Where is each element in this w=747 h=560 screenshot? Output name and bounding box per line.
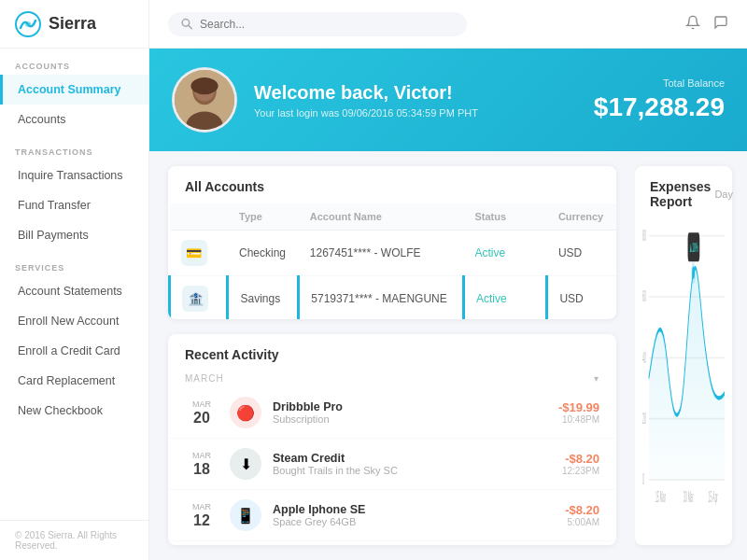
expenses-report-card: Expenses Report Day Mo 80 60 40 20 0 — [635, 166, 732, 545]
topbar-icons — [685, 15, 728, 34]
sierra-logo-icon — [15, 11, 41, 37]
svg-text:60: 60 — [642, 287, 646, 305]
sidebar-nav: ACCOUNTSAccount SummaryAccountsTRANSACTI… — [0, 49, 148, 426]
welcome-message: Welcome back, Victor! — [254, 82, 478, 104]
activity-month: MAR — [185, 502, 218, 511]
sidebar-item-card-replacement[interactable]: Card Replacement — [0, 366, 148, 396]
activity-name: Steam Credit — [273, 452, 551, 465]
col-currency: Currency — [547, 203, 616, 231]
list-item[interactable]: MAR 20 🔴 Dribbble Pro Subscription -$19.… — [168, 387, 616, 439]
activity-day: 18 — [185, 460, 218, 478]
accounts-tbody: 💳 Checking 1267451**** - WOLFE Active US… — [170, 231, 617, 320]
activity-list: MARCH▾ MAR 20 🔴 Dribbble Pro Subscriptio… — [168, 370, 616, 545]
account-type-icon: 🏦 — [182, 286, 208, 312]
right-panel: Expenses Report Day Mo 80 60 40 20 0 — [635, 151, 747, 560]
activity-date: MAR 12 — [185, 502, 218, 529]
sidebar-item-bill-payments[interactable]: Bill Payments — [0, 220, 148, 250]
search-input[interactable] — [200, 18, 454, 31]
activity-date: MAR 20 — [185, 399, 218, 427]
activity-date: MAR 18 — [185, 451, 218, 478]
table-header-row: Type Account Name Status Currency — [170, 203, 617, 231]
sidebar-item-inquire-transactions[interactable]: Inquire Transactions — [0, 161, 148, 190]
svg-text:80: 80 — [642, 227, 646, 245]
sidebar-item-new-checkbook[interactable]: New Checkbook — [0, 396, 148, 426]
svg-text:40: 40 — [642, 348, 646, 366]
activity-header: Recent Activity — [168, 334, 616, 370]
activity-amount: -$8.20 — [565, 503, 599, 517]
list-item[interactable]: MAR 12 📱 Apple Iphone SE Space Grey 64GB… — [168, 490, 616, 541]
activity-amount-area: -$8.20 5:00AM — [565, 503, 599, 527]
total-balance: Total Balance $17,288.29 — [594, 77, 725, 122]
account-currency-cell: USD — [547, 276, 616, 320]
balance-label: Total Balance — [594, 77, 725, 89]
svg-line-3 — [189, 25, 191, 28]
nav-section-label-accounts: ACCOUNTS — [0, 49, 148, 75]
activity-amount: -$19.99 — [558, 400, 599, 414]
topbar — [149, 0, 747, 49]
app-name: Sierra — [49, 14, 96, 34]
activity-time: 12:23PM — [562, 466, 599, 476]
svg-text:30 Mar: 30 Mar — [684, 488, 694, 506]
nav-section-label-transactions: TRANSACTIONS — [0, 134, 148, 161]
col-icon — [170, 203, 228, 231]
account-type-cell: Checking — [228, 231, 299, 276]
svg-point-1 — [25, 21, 31, 27]
svg-point-8 — [190, 77, 218, 94]
activity-name: Dribbble Pro — [273, 400, 547, 413]
activity-amount: -$8.20 — [562, 452, 599, 466]
main-content: Welcome back, Victor! Your last login wa… — [149, 0, 747, 560]
activity-icon: ⬇ — [230, 448, 261, 480]
month-dropdown-icon[interactable]: ▾ — [594, 373, 599, 384]
svg-text:0: 0 — [642, 470, 644, 488]
sidebar-item-account-summary[interactable]: Account Summary — [0, 75, 148, 105]
activity-icon: 📱 — [230, 499, 261, 531]
account-status-cell: Active — [463, 276, 547, 320]
svg-text:15 Apr: 15 Apr — [709, 488, 718, 506]
activity-sub: Bought Trails in the Sky SC — [273, 465, 551, 476]
balance-amount: $17,288.29 — [594, 92, 725, 122]
activity-info: Steam Credit Bought Trails in the Sky SC — [273, 452, 551, 476]
sidebar-item-enroll-new-account[interactable]: Enroll New Account — [0, 306, 148, 336]
activity-info: Apple Iphone SE Space Grey 64GB — [273, 503, 554, 527]
account-icon-cell: 🏦 — [170, 276, 228, 320]
activity-sub: Space Grey 64GB — [273, 516, 554, 527]
content-area: All Accounts Type Account Name Status Cu… — [149, 151, 747, 560]
sidebar: Sierra ACCOUNTSAccount SummaryAccountsTR… — [0, 0, 149, 560]
activity-icon: 🔴 — [230, 397, 261, 428]
sidebar-item-fund-transfer[interactable]: Fund Transfer — [0, 190, 148, 220]
activity-day: 12 — [185, 511, 218, 529]
chart-area: 80 60 40 20 0 — [635, 217, 732, 545]
sidebar-item-accounts[interactable]: Accounts — [0, 105, 148, 134]
search-icon — [181, 18, 192, 30]
activity-time: 5:00AM — [565, 517, 599, 527]
activity-time: 10:48PM — [558, 414, 599, 425]
sidebar-item-account-statements[interactable]: Account Statements — [0, 276, 148, 306]
account-icon-cell: 💳 — [170, 231, 228, 276]
svg-text:15 Mar: 15 Mar — [655, 488, 666, 506]
chat-icon[interactable] — [713, 15, 728, 34]
recent-activity-title: Recent Activity — [185, 347, 279, 362]
all-accounts-card: All Accounts Type Account Name Status Cu… — [168, 166, 616, 319]
sidebar-footer: © 2016 Sierra. All Rights Reserved. — [0, 520, 148, 560]
activity-month: MAR — [185, 399, 218, 409]
hero-text: Welcome back, Victor! Your last login wa… — [254, 82, 478, 119]
month-label-text: MARCH — [185, 373, 224, 384]
search-box[interactable] — [168, 12, 467, 36]
activity-amount-area: -$19.99 10:48PM — [558, 400, 599, 425]
svg-text:▲18%: ▲18% — [689, 239, 698, 255]
all-accounts-title: All Accounts — [168, 166, 616, 203]
accounts-table: Type Account Name Status Currency 💳 Chec… — [168, 203, 616, 319]
svg-point-20 — [691, 261, 696, 284]
account-type-icon: 💳 — [181, 240, 207, 266]
activity-sub: Subscription — [273, 413, 547, 425]
chart-tab-day[interactable]: Day — [711, 187, 737, 202]
list-item[interactable]: MAR 04 💙 Paypal Transfer Sent for Design… — [168, 541, 616, 545]
table-row[interactable]: 🏦 Savings 5719371**** - MAENGUNE Active … — [170, 276, 617, 320]
table-row[interactable]: 💳 Checking 1267451**** - WOLFE Active US… — [170, 231, 617, 276]
hero-banner: Welcome back, Victor! Your last login wa… — [149, 49, 747, 151]
col-type: Type — [228, 203, 299, 231]
notification-icon[interactable] — [685, 15, 700, 34]
list-item[interactable]: MAR 18 ⬇ Steam Credit Bought Trails in t… — [168, 439, 616, 490]
sidebar-item-enroll-credit-card[interactable]: Enroll a Credit Card — [0, 336, 148, 366]
account-name-cell: 5719371**** - MAENGUNE — [299, 276, 464, 320]
